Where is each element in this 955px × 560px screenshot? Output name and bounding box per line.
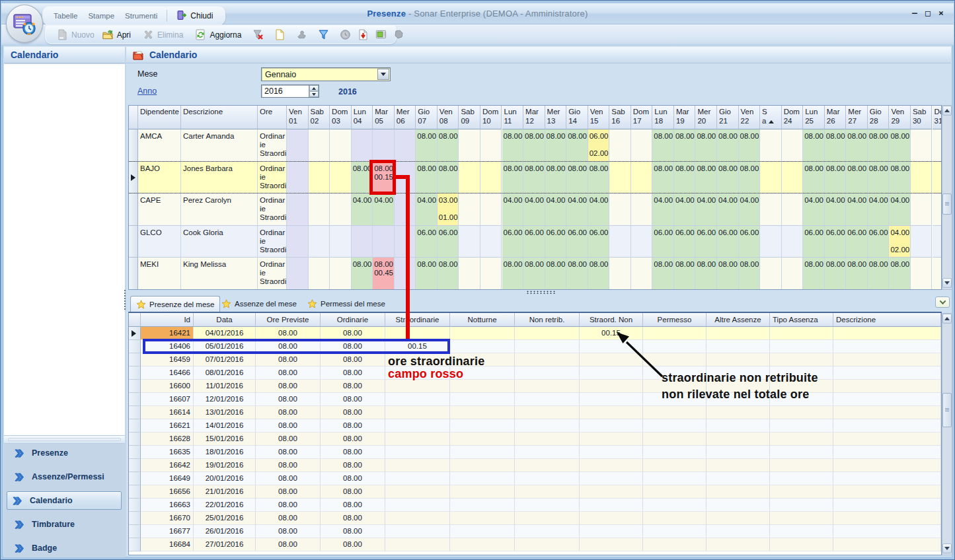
calendar-day-cell[interactable]: 06.00 xyxy=(502,226,524,258)
calendar-day-cell[interactable] xyxy=(911,193,933,226)
calendar-day-header-ven-01[interactable]: Ven01 xyxy=(287,106,309,129)
grid-cell[interactable]: 16635 xyxy=(141,446,194,459)
grid-cell[interactable]: 05/01/2016 xyxy=(194,340,256,353)
calendar-day-cell[interactable] xyxy=(933,193,942,226)
grid-cell[interactable] xyxy=(515,472,580,485)
calendar-day-header-sab-02[interactable]: Sab02 xyxy=(309,106,330,129)
grid-cell[interactable] xyxy=(385,433,450,446)
calendar-column-header-dipendente[interactable]: Dipendente xyxy=(138,106,181,129)
grid-row-selector[interactable] xyxy=(129,459,141,472)
grid-cell[interactable] xyxy=(580,406,643,419)
calendar-day-cell[interactable] xyxy=(287,193,309,226)
calendar-day-cell[interactable]: 06.00 xyxy=(588,226,610,258)
grid-cell[interactable] xyxy=(833,485,941,499)
calendar-day-cell[interactable]: 08.00 xyxy=(695,129,717,162)
calendar-day-cell[interactable]: 08.00 xyxy=(868,129,890,162)
grid-cell[interactable] xyxy=(450,459,515,472)
calendar-column-header-ore[interactable]: Ore xyxy=(258,106,287,129)
grid-cell[interactable] xyxy=(770,419,833,433)
calendar-cell-ore[interactable]: OrdinarieStraordi xyxy=(258,258,287,290)
sidebar-splitter[interactable] xyxy=(124,289,126,310)
scroll-up-button[interactable] xyxy=(942,314,952,324)
calendar-day-cell[interactable] xyxy=(330,129,352,162)
calendar-day-cell[interactable]: 08.00 xyxy=(523,129,545,162)
grid-cell[interactable] xyxy=(580,380,643,393)
grid-column-header-ordinarie[interactable]: Ordinarie xyxy=(321,313,385,327)
grid-cell[interactable] xyxy=(385,459,450,472)
grid-cell[interactable] xyxy=(643,406,707,419)
grid-cell[interactable] xyxy=(515,367,580,380)
calendar-row-selector[interactable] xyxy=(129,162,138,194)
calendar-day-cell[interactable]: 08.00 xyxy=(803,162,825,194)
grid-cell[interactable]: 22/01/2016 xyxy=(194,499,256,512)
calendar-day-cell[interactable]: 08.00 xyxy=(566,162,588,194)
bottom-grid-scrollbar[interactable] xyxy=(942,313,952,555)
grid-cell[interactable]: 08.00 xyxy=(256,446,321,459)
calendar-day-cell[interactable]: 08.00 xyxy=(588,162,610,194)
calendar-day-cell[interactable]: 08.00 xyxy=(352,162,373,194)
calendar-day-cell[interactable] xyxy=(933,226,942,258)
calendar-cell-name[interactable]: Cook Gloria xyxy=(181,226,258,258)
calendar-day-cell[interactable] xyxy=(609,129,631,162)
calendar-day-cell[interactable]: 08.00 xyxy=(545,162,567,194)
horizontal-splitter-grip[interactable] xyxy=(526,291,555,294)
grid-row-selector[interactable] xyxy=(129,472,141,485)
year-spin-up-button[interactable] xyxy=(309,85,319,91)
grid-cell[interactable]: 08.00 xyxy=(256,353,321,367)
grid-row-selector[interactable] xyxy=(129,367,141,380)
grid-cell[interactable]: 16406 xyxy=(141,340,194,353)
grid-cell[interactable] xyxy=(643,472,707,485)
grid-cell[interactable] xyxy=(515,419,580,433)
calendar-day-cell[interactable] xyxy=(631,129,653,162)
grid-cell[interactable] xyxy=(580,459,643,472)
sidebar-item-timbrature[interactable]: Timbrature xyxy=(4,515,125,534)
calendar-cell-name[interactable]: Perez Carolyn xyxy=(181,193,258,226)
calendar-day-cell[interactable] xyxy=(352,129,373,162)
calendar-day-cell[interactable] xyxy=(782,129,804,162)
grid-cell[interactable]: 08.00 xyxy=(321,446,385,459)
calendar-day-cell[interactable]: 06.00 xyxy=(695,226,717,258)
calendar-day-cell[interactable] xyxy=(631,226,653,258)
calendar-day-cell[interactable]: 08.00 xyxy=(652,162,674,194)
grid-cell[interactable] xyxy=(770,499,833,512)
calendar-day-cell[interactable] xyxy=(330,162,352,194)
grid-cell[interactable] xyxy=(450,393,515,406)
grid-cell[interactable] xyxy=(833,327,941,340)
grid-cell[interactable] xyxy=(833,446,941,459)
calendar-day-cell[interactable]: 08.00 xyxy=(889,162,911,194)
grid-cell[interactable] xyxy=(450,538,515,551)
calendar-day-cell[interactable] xyxy=(480,193,502,226)
calendar-day-cell[interactable] xyxy=(395,258,416,290)
grid-cell[interactable] xyxy=(770,380,833,393)
calendar-day-header-ven-22[interactable]: Ven22 xyxy=(739,106,761,129)
grid-cell[interactable] xyxy=(580,433,643,446)
calendar-day-cell[interactable] xyxy=(911,258,933,290)
calendar-day-cell[interactable]: 06.00 xyxy=(739,226,761,258)
grid-cell[interactable] xyxy=(580,512,643,525)
grid-cell[interactable]: 14/01/2016 xyxy=(194,419,256,433)
grid-row-selector[interactable] xyxy=(129,393,141,406)
grid-cell[interactable]: 08.00 xyxy=(256,472,321,485)
sidebar-item-assenze-permessi[interactable]: Assenze/Permessi xyxy=(4,468,125,486)
grid-cell[interactable] xyxy=(770,512,833,525)
grid-cell[interactable] xyxy=(385,472,450,485)
calendar-day-cell[interactable] xyxy=(395,129,416,162)
grid-row-selector[interactable] xyxy=(129,512,141,525)
grid-cell[interactable] xyxy=(770,525,833,538)
calendar-day-cell[interactable]: 08.00 xyxy=(695,258,717,290)
grid-cell[interactable] xyxy=(515,446,580,459)
grid-cell[interactable] xyxy=(385,393,450,406)
grid-cell[interactable] xyxy=(643,380,707,393)
calendar-day-header-dom-03[interactable]: Dom03 xyxy=(330,106,352,129)
calendar-day-cell[interactable]: 08.00 xyxy=(416,258,438,290)
grid-cell[interactable] xyxy=(450,353,515,367)
grid-cell[interactable] xyxy=(580,393,643,406)
calendar-day-cell[interactable]: 08.00 xyxy=(803,258,825,290)
calendar-day-cell[interactable] xyxy=(480,129,502,162)
calendar-cell-name[interactable]: King Melissa xyxy=(181,258,258,290)
grid-cell[interactable]: 08.00 xyxy=(321,340,385,353)
grid-cell[interactable]: 08.00 xyxy=(321,367,385,380)
grid-cell[interactable]: 16600 xyxy=(141,380,194,393)
calendar-day-header-dom-17[interactable]: Dom17 xyxy=(631,106,653,129)
grid-cell[interactable] xyxy=(450,512,515,525)
